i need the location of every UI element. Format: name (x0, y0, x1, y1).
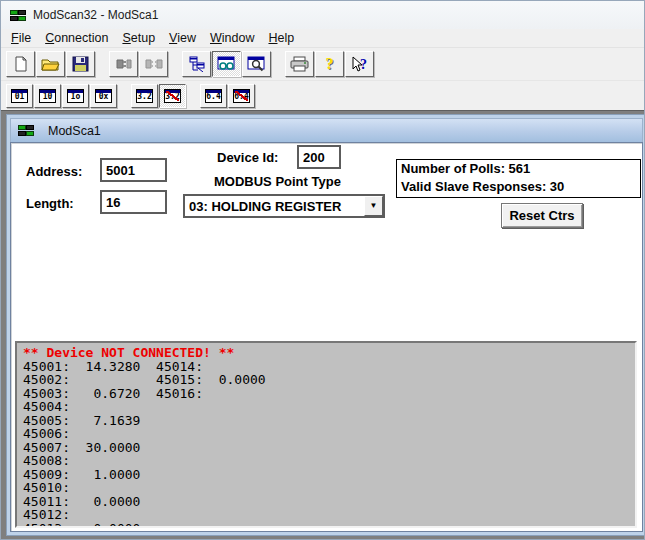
context-help-button[interactable]: ? (345, 51, 374, 77)
register-data-display[interactable]: ** Device NOT CONNECTED! ** 45001: 14.32… (15, 341, 637, 528)
binary-format-icon: 01 (11, 89, 28, 103)
decimal-format-button[interactable]: 10 (34, 84, 61, 108)
menu-file[interactable]: File (4, 30, 38, 46)
register-line: 45013: 0.0000 (23, 522, 635, 529)
register-line: 45009: 1.0000 (23, 468, 635, 482)
length-label: Length: (26, 196, 74, 211)
dropdown-button[interactable]: ▼ (364, 196, 383, 216)
point-type-label: MODBUS Point Type (214, 174, 341, 189)
double-64-button[interactable]: 6.4 (200, 84, 227, 108)
help-cursor-icon: ? (350, 56, 369, 73)
register-line: 45005: 7.1639 (23, 414, 635, 428)
data-display-glasses-icon (217, 56, 236, 72)
register-line: 45008: (23, 454, 635, 468)
modscan-app-icon (10, 10, 26, 21)
printer-icon (290, 56, 309, 72)
chevron-down-icon: ▼ (370, 202, 378, 210)
svg-text:?: ? (325, 56, 333, 72)
window-titlebar[interactable]: ModScan32 - ModSca1 (1, 1, 644, 29)
point-type-value: 03: HOLDING REGISTER (185, 199, 364, 214)
disconnect-button[interactable] (139, 51, 168, 77)
decimal-format-icon: 10 (39, 89, 56, 103)
open-file-button[interactable] (36, 51, 65, 77)
modsca1-child-window: ModSca1 Address: Length: Device Id: MODB… (6, 114, 644, 536)
register-line: 45006: (23, 427, 635, 441)
connect-icon (115, 57, 133, 71)
traffic-tree-icon (188, 56, 206, 72)
application-window: ModScan32 - ModSca1 File Connection Setu… (0, 0, 645, 540)
double-64-icon: 6.4 (205, 89, 222, 103)
reset-ctrs-button[interactable]: Reset Ctrs (501, 203, 583, 228)
new-document-icon (12, 56, 30, 72)
traffic-view-button[interactable] (182, 51, 211, 77)
hex-format-icon: 0x (95, 89, 112, 103)
address-input[interactable] (100, 158, 167, 182)
register-line: 45012: (23, 508, 635, 522)
menu-setup[interactable]: Setup (115, 30, 162, 46)
menu-view[interactable]: View (162, 30, 203, 46)
valid-slave-responses: Valid Slave Responses: 30 (401, 178, 636, 196)
binary-format-button[interactable]: 01 (6, 84, 33, 108)
number-of-polls: Number of Polls: 561 (401, 160, 636, 178)
question-mark-icon: ? ? (323, 56, 337, 73)
protocol-analyzer-button[interactable] (242, 51, 271, 77)
register-line: 45003: 0.6720 45016: (23, 387, 635, 401)
analyzer-magnifier-icon (247, 56, 266, 72)
register-line: 45007: 30.0000 (23, 441, 635, 455)
save-floppy-icon (72, 56, 89, 72)
svg-text:?: ? (360, 57, 367, 72)
point-type-dropdown[interactable]: 03: HOLDING REGISTER ▼ (183, 194, 385, 218)
float-32-icon: 3.2 (136, 89, 153, 103)
poll-statistics-box: Number of Polls: 561 Valid Slave Respons… (396, 159, 641, 198)
register-line: 45002: 45015: 0.0000 (23, 373, 635, 387)
child-window-icon (18, 125, 34, 136)
register-line: 45001: 14.3280 45014: (23, 360, 635, 374)
integer-format-button[interactable]: Io (62, 84, 89, 108)
mdi-client-area: ModSca1 Address: Length: Device Id: MODB… (1, 110, 644, 539)
menu-connection[interactable]: Connection (38, 30, 115, 46)
device-id-label: Device Id: (217, 150, 278, 165)
save-button[interactable] (66, 51, 95, 77)
connect-button[interactable] (109, 51, 138, 77)
format-toolbar: 01 10 Io 0x 3.2 3.2 6.4 6. (1, 80, 644, 110)
print-button[interactable] (285, 51, 314, 77)
length-input[interactable] (100, 190, 167, 214)
about-button[interactable]: ? ? (315, 51, 344, 77)
double-64-swapped-icon: 6.4 (233, 89, 250, 103)
float-32-button[interactable]: 3.2 (131, 84, 158, 108)
float-32-swapped-button[interactable]: 3.2 (159, 84, 186, 108)
register-line: 45004: (23, 400, 635, 414)
open-folder-icon (41, 56, 61, 72)
new-document-button[interactable] (6, 51, 35, 77)
float-32-swapped-icon: 3.2 (164, 89, 181, 103)
double-64-swapped-button[interactable]: 6.4 (228, 84, 255, 108)
disconnect-icon (145, 57, 163, 71)
window-title: ModScan32 - ModSca1 (33, 8, 158, 22)
register-line: 45011: 0.0000 (23, 495, 635, 509)
child-window-title: ModSca1 (48, 124, 101, 138)
connection-status-message: ** Device NOT CONNECTED! ** (23, 346, 635, 360)
data-display-button[interactable] (212, 51, 241, 77)
menu-window[interactable]: Window (203, 30, 261, 46)
main-toolbar: ? ? ? (1, 48, 644, 80)
menu-bar: File Connection Setup View Window Help (1, 29, 644, 48)
integer-format-icon: Io (67, 89, 84, 103)
child-window-titlebar[interactable]: ModSca1 (10, 118, 643, 142)
child-window-content: Address: Length: Device Id: MODBUS Point… (10, 142, 643, 532)
register-line: 45010: (23, 481, 635, 495)
address-label: Address: (26, 164, 82, 179)
device-id-input[interactable] (297, 145, 341, 169)
hex-format-button[interactable]: 0x (90, 84, 117, 108)
menu-help[interactable]: Help (261, 30, 301, 46)
